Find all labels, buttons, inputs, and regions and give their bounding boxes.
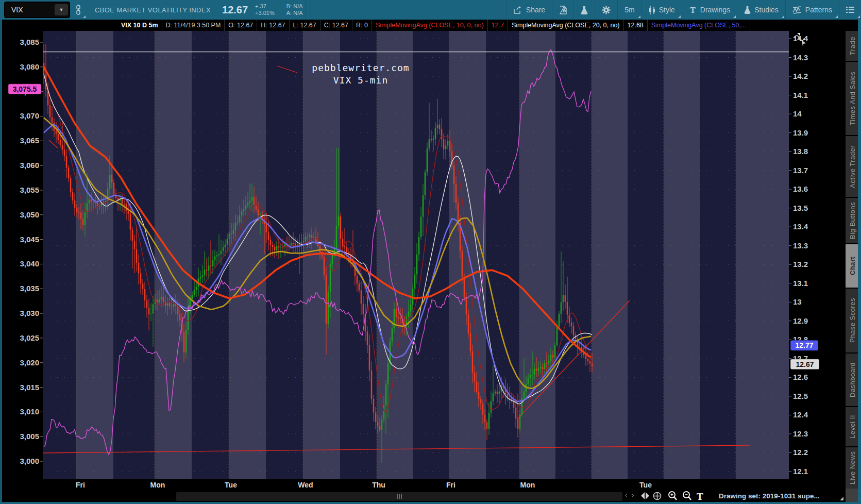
candle-body bbox=[585, 355, 587, 359]
candle-body bbox=[542, 367, 544, 369]
candle-body bbox=[282, 247, 284, 247]
divider bbox=[277, 0, 277, 20]
x-axis-label: Mon bbox=[150, 481, 165, 489]
candle-body bbox=[344, 246, 346, 247]
sidebar-tab-live-news[interactable]: Live News bbox=[846, 447, 859, 489]
symbol-combobox[interactable]: VIX ▼ bbox=[4, 2, 70, 18]
sidebar-tab-trade[interactable]: Trade bbox=[846, 31, 859, 61]
timeframe-button[interactable]: 5m bbox=[617, 0, 641, 20]
ohlc-cell: L: 12.67 bbox=[290, 20, 320, 31]
bid-value: B: N/A bbox=[286, 3, 303, 10]
studies-button[interactable]: Studies bbox=[737, 0, 785, 20]
scrollbar-handle[interactable] bbox=[393, 494, 406, 499]
sidebar-tab-phase-scores[interactable]: Phase Scores bbox=[846, 289, 859, 352]
link-icon[interactable] bbox=[70, 0, 87, 20]
gear-icon bbox=[602, 6, 611, 14]
left-axis-label: 3,060 bbox=[20, 161, 39, 170]
ohlc-cell: H: 12.67 bbox=[257, 20, 289, 31]
candle-body bbox=[540, 367, 542, 368]
pan-icon[interactable] bbox=[653, 492, 662, 502]
chart-bottom-bar: ‹ › T Drawing set: 2019-1031 supe... bbox=[0, 491, 861, 502]
drawings-icon: T bbox=[689, 6, 697, 14]
session-band-light bbox=[592, 31, 628, 479]
candle-body bbox=[153, 304, 154, 313]
candle-body bbox=[381, 419, 383, 430]
style-button[interactable]: Style bbox=[641, 0, 682, 20]
last-price-badge: 12.67 bbox=[796, 360, 814, 368]
candle-body bbox=[458, 203, 459, 223]
share-button[interactable]: Share bbox=[507, 0, 552, 20]
settings-button[interactable] bbox=[595, 0, 617, 20]
candle-body bbox=[260, 214, 261, 215]
candle-body bbox=[392, 328, 393, 342]
scroll-left-icon[interactable]: ‹ bbox=[625, 491, 627, 499]
flask-icon bbox=[581, 6, 588, 14]
sidebar-tab-chart[interactable]: Chart bbox=[846, 244, 859, 288]
drawing-set-label[interactable]: Drawing set: 2019-1031 supe... bbox=[719, 492, 820, 500]
candle-body bbox=[144, 289, 146, 300]
chart-menu-button[interactable] bbox=[839, 0, 861, 20]
news-button[interactable]: i bbox=[552, 0, 573, 20]
analyze-button[interactable] bbox=[573, 0, 595, 20]
ohlc-cell: O: 12.67 bbox=[225, 20, 257, 31]
sidebar-tab-active-trader[interactable]: Active Trader bbox=[846, 136, 859, 197]
candle-body bbox=[177, 306, 179, 314]
right-axis-label: 13.8 bbox=[793, 147, 808, 156]
sidebar-tab-big-buttons[interactable]: Big Buttons bbox=[846, 198, 859, 243]
sidebar-tab-times-and-sales[interactable]: Times And Sales bbox=[846, 62, 859, 135]
candle-body bbox=[336, 226, 337, 248]
candle-body bbox=[375, 412, 377, 422]
sidebar-tab-dashboard[interactable]: Dashboard bbox=[846, 354, 859, 406]
candle-body bbox=[534, 369, 535, 375]
right-axis-label: 13.9 bbox=[793, 128, 808, 137]
right-gadget-sidebar: TradeTimes And SalesActive TraderBig But… bbox=[846, 31, 859, 490]
candle-body bbox=[556, 327, 558, 345]
candle-body bbox=[332, 255, 333, 264]
candle-body bbox=[480, 399, 482, 404]
candle-body bbox=[301, 242, 302, 244]
candle-body bbox=[270, 240, 272, 245]
candle-body bbox=[274, 247, 276, 250]
candle-body bbox=[476, 381, 478, 392]
price-chart[interactable]: 3,0003,0053,0103,0153,0203,0253,0303,035… bbox=[0, 31, 861, 479]
share-label: Share bbox=[526, 6, 545, 14]
sidebar-tab-level-ii[interactable]: Level II bbox=[846, 407, 859, 446]
candle-body bbox=[171, 306, 173, 307]
candle-body bbox=[550, 355, 552, 362]
patterns-button[interactable]: Patterns bbox=[785, 0, 839, 20]
candle-body bbox=[85, 213, 86, 226]
candle-body bbox=[377, 422, 379, 426]
left-axis-label: 3,010 bbox=[20, 407, 39, 416]
candle-body bbox=[266, 224, 267, 232]
candle-body bbox=[254, 197, 255, 205]
candle-body bbox=[587, 359, 589, 361]
chevron-down-icon[interactable]: ▼ bbox=[55, 4, 68, 15]
right-axis-label: 12.9 bbox=[793, 316, 808, 325]
drawings-button[interactable]: T Drawings bbox=[682, 0, 737, 20]
change-block: +.37 +3.01% bbox=[255, 3, 275, 16]
candle-body bbox=[196, 287, 197, 290]
sidebar-corner[interactable] bbox=[846, 489, 859, 502]
candle-body bbox=[340, 216, 342, 239]
left-axis-label: 3,040 bbox=[20, 259, 39, 268]
drawing-set-expander[interactable] bbox=[840, 497, 843, 500]
news-icon: i bbox=[559, 6, 567, 14]
candle-body bbox=[293, 243, 294, 244]
candle-body bbox=[425, 172, 426, 195]
candle-body bbox=[243, 209, 245, 211]
window-edge-bottom bbox=[0, 502, 861, 504]
candle-body bbox=[115, 196, 117, 198]
top-toolbar: VIX ▼ CBOE MARKET VOLATILITY INDEX 12.67… bbox=[0, 0, 861, 20]
scroll-right-icon[interactable]: › bbox=[632, 491, 634, 499]
x-axis[interactable]: FriMonTueWedThuFriMonTue bbox=[0, 479, 861, 491]
text-tool-icon[interactable]: T bbox=[697, 491, 703, 502]
candle-body bbox=[179, 314, 181, 321]
candle-body bbox=[573, 326, 575, 335]
drawings-label: Drawings bbox=[700, 6, 730, 14]
candle-body bbox=[72, 192, 74, 200]
chart-scrollbar[interactable] bbox=[176, 492, 622, 501]
left-axis-label: 3,030 bbox=[20, 309, 39, 317]
symbol-timeframe-label: VIX 10 D 5m bbox=[117, 20, 162, 31]
candle-body bbox=[441, 129, 443, 139]
expand-horizontal-icon[interactable] bbox=[640, 492, 650, 501]
